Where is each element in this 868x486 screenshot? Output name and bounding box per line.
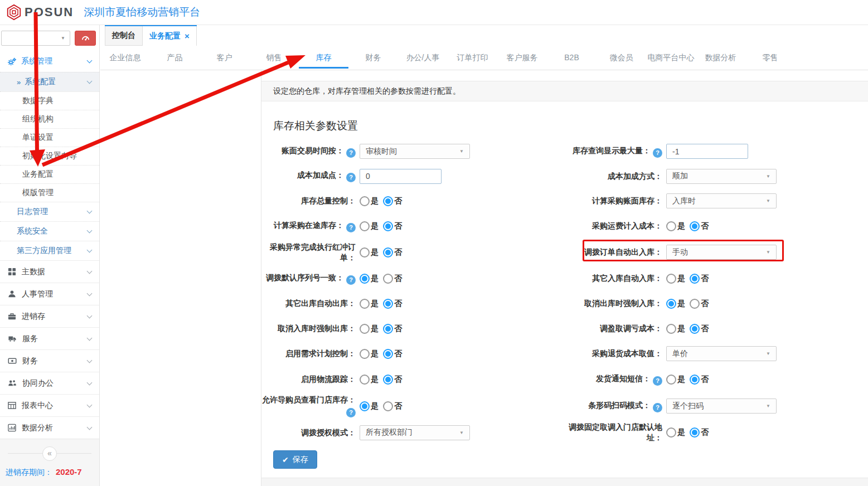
subtab-数据分析[interactable]: 数据分析: [696, 46, 745, 70]
sidebar-item-label: 报表中心: [22, 401, 53, 411]
subtab-办公/人事[interactable]: 办公/人事: [398, 46, 448, 70]
subtab-销售[interactable]: 销售: [249, 46, 299, 70]
select-调拨订单自动出入库[interactable]: 手动▼: [666, 245, 777, 260]
sidebar-item-系统管理[interactable]: 系统管理: [0, 51, 99, 72]
input-成本加成点[interactable]: [360, 169, 442, 184]
radio-yes[interactable]: [360, 375, 370, 385]
radio-yes[interactable]: [360, 196, 370, 206]
form-row: 账面交易时间按：?审核时间▼: [262, 139, 569, 164]
save-button[interactable]: ✔ 保存: [273, 450, 317, 469]
help-icon[interactable]: ?: [346, 408, 356, 417]
radio-no[interactable]: [690, 274, 700, 284]
sidebar-item-报表中心[interactable]: 报表中心: [0, 394, 99, 416]
field-label: 条形码扫码模式：?: [569, 400, 662, 412]
form-row: 计算采购在途库存：?是否: [262, 213, 569, 239]
sidebar-item-业务配置[interactable]: 业务配置: [0, 165, 99, 183]
radio-no[interactable]: [690, 221, 700, 231]
subtab-客户[interactable]: 客户: [200, 46, 249, 70]
radio-yes[interactable]: [360, 349, 370, 359]
sidebar-item-数据字典[interactable]: 数据字典: [0, 91, 99, 110]
sidebar-item-组织机构[interactable]: 组织机构: [0, 110, 99, 128]
subtab-产品[interactable]: 产品: [150, 46, 200, 70]
sidebar-item-模版管理[interactable]: 模版管理: [0, 183, 99, 202]
help-icon[interactable]: ?: [653, 403, 662, 412]
select-计算采购账面库存[interactable]: 入库时▼: [666, 193, 777, 208]
radio-yes[interactable]: [360, 221, 370, 231]
radio-no-label: 否: [394, 221, 402, 231]
field-label: 启用物流跟踪：: [262, 374, 356, 385]
field-control: 入库时▼: [666, 193, 777, 208]
sidebar-collapse-button[interactable]: «: [42, 446, 57, 461]
quick-search-combobox[interactable]: ▼: [1, 31, 70, 46]
sidebar-group-日志管理[interactable]: 日志管理: [0, 202, 99, 221]
tab-业务配置[interactable]: 业务配置×: [143, 26, 197, 46]
select-采购退货成本取值[interactable]: 单价▼: [666, 346, 777, 361]
radio-yes[interactable]: [666, 221, 676, 231]
select-调拨授权模式[interactable]: 所有授权部门▼: [360, 425, 470, 440]
dashboard-button[interactable]: [75, 31, 96, 46]
tab-label: 业务配置: [149, 31, 181, 41]
sidebar-item-人事管理[interactable]: 人事管理: [0, 283, 99, 305]
radio-no[interactable]: [383, 401, 393, 411]
radio-no[interactable]: [383, 196, 393, 206]
help-icon[interactable]: ?: [653, 376, 662, 386]
radio-no[interactable]: [383, 274, 393, 284]
radio-yes[interactable]: [360, 324, 370, 334]
sidebar-item-label: 人事管理: [22, 289, 53, 299]
briefcase-icon: [8, 312, 16, 320]
sidebar-group-系统配置[interactable]: »系统配置: [0, 72, 99, 91]
sidebar-item-数据分析[interactable]: 数据分析: [0, 416, 99, 439]
sidebar-item-单证设置[interactable]: 单证设置: [0, 128, 99, 147]
radio-no[interactable]: [690, 324, 700, 334]
check-icon: ✔: [282, 455, 289, 464]
radio-no[interactable]: [383, 375, 393, 385]
radio-yes[interactable]: [666, 324, 676, 334]
subtab-客户服务[interactable]: 客户服务: [497, 46, 547, 70]
subtab-B2B[interactable]: B2B: [547, 46, 597, 70]
help-icon[interactable]: ?: [346, 148, 356, 158]
sidebar-group-第三方应用管理[interactable]: 第三方应用管理: [0, 241, 99, 260]
subtab-库存[interactable]: 库存: [299, 46, 348, 70]
subtab-微会员[interactable]: 微会员: [597, 46, 646, 70]
help-icon[interactable]: ?: [346, 223, 356, 232]
input-库存查询显示最大量[interactable]: [666, 144, 748, 159]
sidebar-item-主数据[interactable]: 主数据: [0, 260, 99, 283]
help-icon[interactable]: ?: [346, 173, 356, 182]
sidebar-item-初始化设置向导[interactable]: 初始化设置向导: [0, 147, 99, 165]
tab-控制台[interactable]: 控制台: [105, 26, 143, 46]
help-icon[interactable]: ?: [653, 148, 662, 158]
radio-yes[interactable]: [666, 274, 676, 284]
subtab-财务[interactable]: 财务: [348, 46, 398, 70]
radio-yes[interactable]: [360, 274, 370, 284]
subtab-电商平台中心[interactable]: 电商平台中心: [646, 46, 696, 70]
radio-no[interactable]: [383, 247, 393, 257]
subtab-零售[interactable]: 零售: [745, 46, 795, 70]
radio-no[interactable]: [690, 375, 700, 385]
radio-no[interactable]: [383, 349, 393, 359]
radio-no[interactable]: [383, 324, 393, 334]
sidebar-item-财务[interactable]: 财务: [0, 349, 99, 372]
field-label: 其它出库自动出库：: [262, 298, 356, 309]
radio-yes[interactable]: [360, 401, 370, 411]
radio-yes[interactable]: [666, 375, 676, 385]
sidebar-item-协同办公[interactable]: 协同办公: [0, 372, 99, 394]
help-icon[interactable]: ?: [346, 275, 356, 285]
radio-no[interactable]: [383, 299, 393, 309]
close-icon[interactable]: ×: [185, 32, 190, 40]
select-成本加成方式[interactable]: 顺加▼: [666, 169, 777, 184]
radio-yes[interactable]: [360, 299, 370, 309]
radio-yes[interactable]: [666, 427, 676, 438]
sidebar-item-进销存[interactable]: 进销存: [0, 305, 99, 327]
select-账面交易时间按[interactable]: 审核时间▼: [360, 144, 470, 159]
radio-no[interactable]: [690, 299, 700, 309]
subtab-企业信息[interactable]: 企业信息: [100, 46, 150, 70]
radio-yes[interactable]: [360, 247, 370, 257]
sidebar-group-系统安全[interactable]: 系统安全: [0, 221, 99, 241]
sidebar-item-服务[interactable]: 服务: [0, 327, 99, 349]
radio-no[interactable]: [690, 427, 700, 438]
radio-no[interactable]: [383, 221, 393, 231]
subtab-订单打印[interactable]: 订单打印: [448, 46, 497, 70]
field-control: 是否: [360, 349, 406, 359]
select-条形码扫码模式[interactable]: 逐个扫码▼: [666, 398, 777, 414]
radio-yes[interactable]: [666, 299, 676, 309]
